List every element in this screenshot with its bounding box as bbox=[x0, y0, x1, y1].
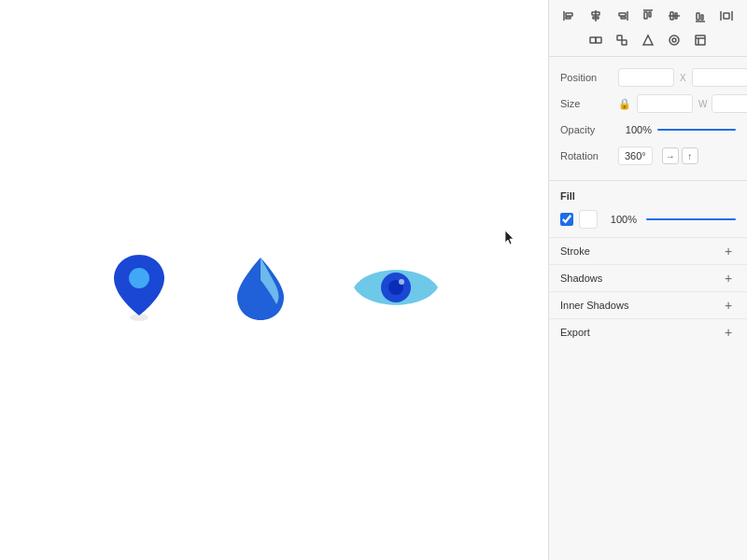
shadows-section[interactable]: Shadows + bbox=[549, 264, 747, 291]
fill-header: Fill bbox=[560, 190, 736, 202]
position-label: Position bbox=[560, 72, 613, 83]
fill-opacity-value: 100% bbox=[603, 214, 637, 225]
fill-opacity-slider[interactable] bbox=[646, 218, 736, 220]
inner-shadows-label: Inner Shadows bbox=[560, 300, 628, 311]
toolbar-row-1 bbox=[553, 6, 743, 26]
rotation-label: Rotation bbox=[560, 150, 613, 161]
stroke-add-button[interactable]: + bbox=[721, 244, 736, 259]
shadows-label: Shadows bbox=[560, 273, 602, 284]
svg-point-30 bbox=[669, 35, 679, 45]
rotation-arrows: → ↑ bbox=[662, 147, 698, 164]
canvas[interactable] bbox=[0, 0, 548, 560]
align-h-center-button[interactable] bbox=[584, 6, 608, 26]
icons-row bbox=[106, 250, 443, 329]
group-button-3[interactable] bbox=[636, 30, 660, 50]
inner-shadows-add-button[interactable]: + bbox=[721, 298, 736, 313]
align-right-button[interactable] bbox=[610, 6, 634, 26]
location-pin-icon[interactable] bbox=[106, 250, 172, 329]
group-button-2[interactable] bbox=[610, 30, 634, 50]
position-y-input[interactable] bbox=[692, 68, 747, 87]
toolbar-row-2 bbox=[553, 30, 743, 50]
divider-1 bbox=[549, 180, 747, 181]
size-label: Size bbox=[560, 98, 613, 109]
toolbar-top bbox=[549, 0, 747, 57]
fill-section: Fill 100% bbox=[549, 185, 747, 237]
svg-point-1 bbox=[129, 268, 149, 288]
distribute-button[interactable] bbox=[714, 6, 739, 26]
svg-rect-32 bbox=[696, 35, 705, 45]
stroke-label: Stroke bbox=[560, 245, 590, 257]
svg-rect-12 bbox=[619, 13, 626, 16]
w-axis-label: W bbox=[698, 99, 706, 109]
svg-point-4 bbox=[399, 279, 404, 285]
svg-rect-27 bbox=[596, 37, 601, 43]
fill-color-swatch[interactable] bbox=[579, 210, 598, 229]
export-label: Export bbox=[560, 327, 590, 338]
align-left-button[interactable] bbox=[557, 6, 582, 26]
group-button-5[interactable] bbox=[688, 30, 712, 50]
fill-row: 100% bbox=[560, 207, 736, 231]
lock-icon[interactable]: 🔒 bbox=[618, 98, 631, 110]
svg-rect-26 bbox=[590, 37, 596, 43]
opacity-value: 100% bbox=[618, 124, 652, 135]
inner-shadows-section[interactable]: Inner Shadows + bbox=[549, 291, 747, 318]
group-button-1[interactable] bbox=[584, 30, 608, 50]
svg-rect-6 bbox=[566, 13, 572, 16]
rotation-arrow-right[interactable]: → bbox=[662, 147, 679, 164]
svg-rect-21 bbox=[697, 13, 699, 20]
svg-rect-15 bbox=[644, 12, 647, 19]
size-row: Size 🔒 W H bbox=[560, 91, 736, 117]
size-h-input[interactable] bbox=[712, 94, 747, 113]
opacity-label: Opacity bbox=[560, 124, 613, 135]
properties-panel: Position X Y Size 🔒 W H Opacity 100% Rot… bbox=[549, 57, 747, 176]
stroke-section[interactable]: Stroke + bbox=[549, 237, 747, 264]
position-x-input[interactable] bbox=[618, 68, 674, 87]
cursor-icon bbox=[504, 230, 515, 246]
right-panel: Position X Y Size 🔒 W H Opacity 100% Rot… bbox=[548, 0, 747, 560]
opacity-slider[interactable] bbox=[657, 129, 736, 131]
svg-rect-16 bbox=[649, 12, 651, 17]
size-w-input[interactable] bbox=[637, 94, 693, 113]
svg-rect-28 bbox=[617, 35, 622, 40]
group-button-4[interactable] bbox=[662, 30, 686, 50]
shadows-add-button[interactable]: + bbox=[721, 271, 736, 286]
position-row: Position X Y bbox=[560, 64, 736, 91]
align-v-center-button[interactable] bbox=[662, 6, 686, 26]
fill-checkbox[interactable] bbox=[560, 213, 573, 226]
svg-rect-29 bbox=[622, 40, 627, 45]
svg-rect-25 bbox=[724, 13, 729, 19]
align-bottom-button[interactable] bbox=[688, 6, 712, 26]
align-top-button[interactable] bbox=[636, 6, 660, 26]
export-add-button[interactable]: + bbox=[721, 325, 736, 340]
x-axis-label: X bbox=[680, 73, 686, 83]
water-drop-icon[interactable] bbox=[228, 250, 293, 329]
svg-rect-22 bbox=[701, 15, 703, 20]
svg-rect-13 bbox=[621, 17, 626, 19]
rotation-row: Rotation 360° → ↑ bbox=[560, 143, 736, 169]
rotation-arrow-up[interactable]: ↑ bbox=[682, 147, 698, 164]
svg-rect-7 bbox=[566, 17, 571, 19]
eye-shape-icon[interactable] bbox=[349, 255, 443, 324]
export-section[interactable]: Export + bbox=[549, 318, 747, 345]
svg-point-31 bbox=[672, 38, 676, 42]
rotation-value[interactable]: 360° bbox=[618, 147, 653, 165]
opacity-row: Opacity 100% bbox=[560, 117, 736, 143]
